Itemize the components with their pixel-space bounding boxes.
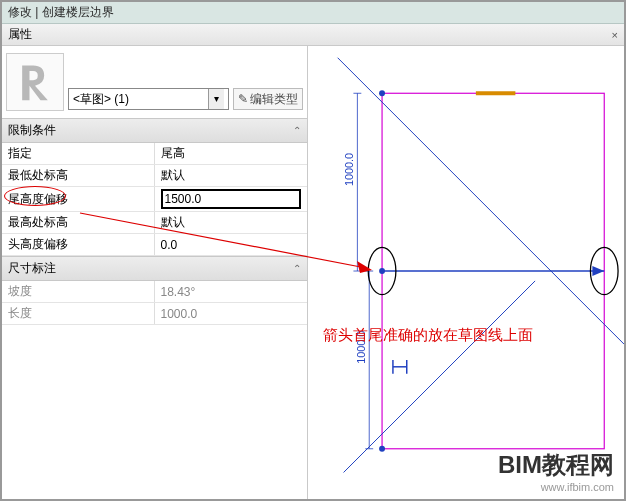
diagonal-line [338, 58, 624, 344]
panel-title: 属性 [8, 26, 32, 43]
span-marker-icon [393, 360, 407, 374]
sketch-canvas: 1000.0 1000.0 [308, 46, 624, 499]
edit-type-label: 编辑类型 [250, 91, 298, 108]
prop-value[interactable]: 0.0 [154, 234, 307, 256]
chevron-icon: ⌃ [293, 125, 301, 136]
watermark-url: www.ifbim.com [498, 481, 614, 493]
panel-header: 属性 × [2, 24, 624, 46]
prop-value: 18.43° [154, 281, 307, 303]
window-title: 修改 | 创建楼层边界 [2, 2, 624, 24]
edit-type-button[interactable]: ✎ 编辑类型 [233, 88, 303, 110]
diagonal-line [344, 281, 536, 473]
prop-label: 长度 [2, 303, 154, 325]
prop-text: 尾高度偏移 [8, 192, 68, 206]
edit-icon: ✎ [238, 92, 248, 106]
prop-label: 头高度偏移 [2, 234, 154, 256]
annotation-text: 箭头首尾准确的放在草图线上面 [323, 326, 533, 345]
category-label: 尺寸标注 [8, 260, 56, 277]
watermark: BIM教程网 www.ifbim.com [498, 449, 614, 493]
prop-value[interactable]: 尾高 [154, 143, 307, 165]
close-icon[interactable]: × [612, 29, 618, 41]
prop-value[interactable]: 默认 [154, 165, 307, 187]
prop-label: 指定 [2, 143, 154, 165]
arrowhead-icon [592, 266, 604, 276]
title-text: 修改 | 创建楼层边界 [8, 4, 114, 21]
chevron-icon: ⌃ [293, 263, 301, 274]
type-selector[interactable]: <草图> (1) ▾ [68, 88, 229, 110]
endpoint-dot-icon [379, 268, 385, 274]
watermark-title: BIM教程网 [498, 449, 614, 481]
properties-panel: <草图> (1) ▾ ✎ 编辑类型 限制条件 ⌃ 指定尾高 最低处标高默认 尾高… [2, 46, 308, 499]
vertex-dot-icon [379, 90, 385, 96]
category-dimensions[interactable]: 尺寸标注 ⌃ [2, 256, 307, 281]
prop-label-tail-offset: 尾高度偏移 [2, 187, 154, 212]
prop-label: 坡度 [2, 281, 154, 303]
dim-text: 1000.0 [343, 153, 355, 186]
prop-label: 最低处标高 [2, 165, 154, 187]
prop-value[interactable]: 默认 [154, 212, 307, 234]
prop-value: 1000.0 [154, 303, 307, 325]
prop-label: 最高处标高 [2, 212, 154, 234]
element-type-icon [6, 53, 64, 111]
vertex-dot-icon [379, 446, 385, 452]
canvas-viewport[interactable]: 1000.0 1000.0 箭头首尾准确的放在草图线上面 BIM教程网 www [308, 46, 624, 499]
tail-offset-input[interactable] [161, 189, 302, 209]
category-label: 限制条件 [8, 122, 56, 139]
chevron-down-icon: ▾ [208, 89, 224, 109]
prop-value-tail-offset[interactable] [154, 187, 307, 212]
category-constraints[interactable]: 限制条件 ⌃ [2, 118, 307, 143]
type-selected-label: <草图> (1) [73, 91, 129, 108]
